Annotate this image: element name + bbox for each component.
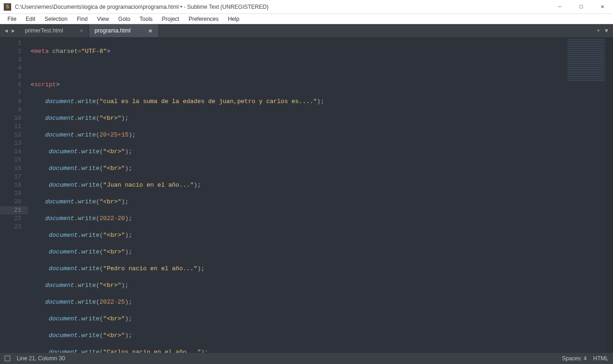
line-number[interactable]: 4 (0, 64, 21, 72)
line-number[interactable]: 7 (0, 89, 21, 98)
line-number[interactable]: 17 (0, 173, 21, 181)
menu-view[interactable]: View (92, 15, 114, 23)
line-number[interactable]: 5 (0, 72, 21, 81)
menu-preferences[interactable]: Preferences (184, 15, 223, 23)
app-icon: S (4, 3, 11, 11)
maximize-button[interactable]: ☐ (570, 0, 592, 14)
tab-nav-right-icon[interactable]: ► (10, 28, 17, 33)
line-number[interactable]: 22 (0, 214, 21, 223)
tab-label: primerTest.html (25, 27, 63, 34)
line-number[interactable]: 2 (0, 47, 21, 56)
title-bar: S C:\Users\ernes\Documents\logica de pro… (0, 0, 613, 14)
tab-primerTest[interactable]: primerTest.html × (20, 24, 89, 37)
line-number[interactable]: 16 (0, 164, 21, 173)
line-number[interactable]: 13 (0, 139, 21, 148)
menu-edit[interactable]: Edit (21, 15, 40, 23)
tab-menu-icon[interactable]: ▼ (604, 27, 609, 34)
line-number[interactable]: 10 (0, 114, 21, 123)
status-lang[interactable]: HTML (593, 355, 608, 362)
tab-programa[interactable]: programa.html ● (89, 24, 159, 37)
status-panel-icon[interactable] (5, 356, 10, 361)
code-area[interactable]: <meta charset="UTF-8"> <script> document… (28, 37, 613, 353)
status-spaces[interactable]: Spaces: 4 (562, 355, 587, 362)
vertical-scrollbar[interactable] (606, 37, 613, 353)
status-bar: Line 21, Column 30 Spaces: 4 HTML (0, 353, 613, 364)
line-number[interactable]: 6 (0, 81, 21, 89)
line-number[interactable]: 9 (0, 106, 21, 114)
status-lineinfo[interactable]: Line 21, Column 30 (17, 355, 65, 362)
menu-selection[interactable]: Selection (40, 15, 72, 23)
line-number[interactable]: 12 (0, 131, 21, 139)
line-number[interactable]: 1 (0, 39, 21, 47)
line-number[interactable]: 21 (0, 206, 28, 214)
tab-bar: ◄ ► primerTest.html × programa.html ● + … (0, 24, 613, 37)
window-controls: ─ ☐ ✕ (549, 0, 613, 14)
new-tab-icon[interactable]: + (597, 27, 600, 34)
menu-file[interactable]: File (3, 15, 21, 23)
tab-actions: + ▼ (593, 24, 613, 37)
menu-tools[interactable]: Tools (135, 15, 157, 23)
line-number[interactable]: 3 (0, 56, 21, 64)
line-number[interactable]: 23 (0, 223, 21, 231)
line-number[interactable]: 14 (0, 148, 21, 156)
tab-close-icon[interactable]: × (72, 28, 83, 33)
tab-nav: ◄ ► (0, 24, 20, 37)
gutter: 1 2 3 4 5 6 7 8 9 10 11 12 13 14 15 16 1… (0, 37, 28, 353)
menu-project[interactable]: Project (157, 15, 184, 23)
line-number[interactable]: 8 (0, 98, 21, 106)
minimize-button[interactable]: ─ (549, 0, 570, 14)
close-button[interactable]: ✕ (592, 0, 613, 14)
tab-label: programa.html (95, 27, 130, 34)
tab-nav-left-icon[interactable]: ◄ (3, 28, 10, 33)
window-title: C:\Users\ernes\Documents\logica de progr… (15, 4, 549, 10)
menu-help[interactable]: Help (223, 15, 244, 23)
line-number[interactable]: 18 (0, 181, 21, 189)
line-number[interactable]: 20 (0, 198, 21, 206)
line-number[interactable]: 15 (0, 156, 21, 164)
line-number[interactable]: 19 (0, 189, 21, 198)
menu-bar: File Edit Selection Find View Goto Tools… (0, 14, 613, 24)
menu-goto[interactable]: Goto (114, 15, 135, 23)
editor: 1 2 3 4 5 6 7 8 9 10 11 12 13 14 15 16 1… (0, 37, 613, 353)
line-number[interactable]: 11 (0, 123, 21, 131)
minimap[interactable] (567, 39, 605, 81)
menu-find[interactable]: Find (72, 15, 92, 23)
